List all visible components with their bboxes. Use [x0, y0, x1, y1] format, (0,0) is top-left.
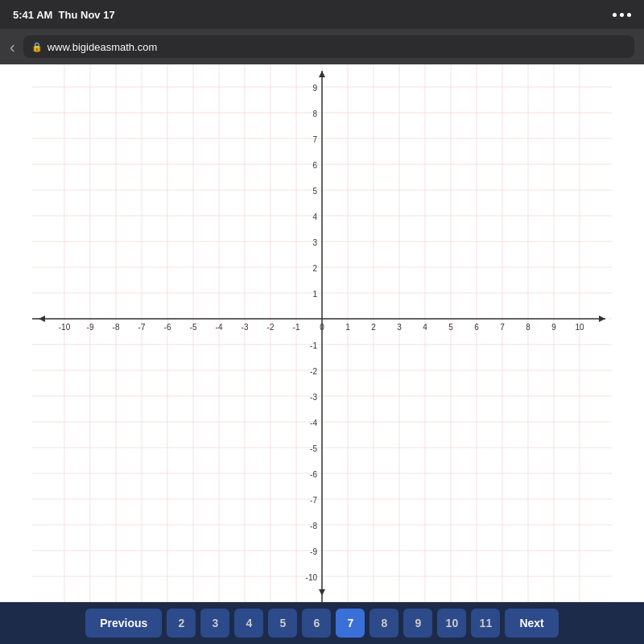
previous-button[interactable]: Previous	[85, 609, 162, 638]
back-button[interactable]: ‹	[10, 38, 15, 56]
page-2-button[interactable]: 2	[167, 609, 196, 638]
svg-text:4: 4	[312, 213, 317, 221]
svg-text:-5: -5	[310, 444, 317, 453]
svg-text:-1: -1	[310, 341, 317, 350]
svg-text:-10: -10	[59, 323, 71, 332]
page-5-button[interactable]: 5	[268, 609, 297, 638]
svg-text:-10: -10	[306, 573, 318, 582]
dot-icon	[620, 13, 624, 17]
dot-icon	[613, 13, 617, 17]
svg-text:2: 2	[371, 323, 376, 332]
url-bar[interactable]: 🔒 www.bigideasmath.com	[23, 35, 634, 58]
svg-text:5: 5	[448, 323, 453, 332]
svg-text:3: 3	[397, 323, 402, 332]
svg-text:-5: -5	[190, 323, 197, 332]
svg-text:-8: -8	[310, 522, 317, 530]
status-bar: 5:41 AM Thu Nov 17	[0, 0, 644, 29]
page-11-button[interactable]: 11	[471, 609, 500, 638]
svg-text:0: 0	[320, 323, 324, 332]
page-6-button[interactable]: 6	[302, 609, 331, 638]
dot-icon	[627, 13, 631, 17]
svg-text:-2: -2	[310, 367, 317, 376]
page-9-button[interactable]: 9	[403, 609, 432, 638]
svg-text:-6: -6	[164, 323, 171, 332]
svg-text:-6: -6	[310, 470, 317, 479]
svg-text:6: 6	[474, 323, 479, 332]
page-7-button[interactable]: 7	[336, 609, 365, 638]
svg-text:-2: -2	[267, 323, 275, 332]
svg-text:4: 4	[423, 323, 427, 332]
lock-icon: 🔒	[31, 42, 43, 52]
content-area: -10 -9 -8 -7 -6 -5 -4 -3 -2 -1 0 1 2 3 4…	[0, 64, 644, 602]
browser-toolbar: ‹ 🔒 www.bigideasmath.com	[0, 29, 644, 64]
svg-text:-4: -4	[216, 323, 223, 332]
status-time-date: 5:41 AM Thu Nov 17	[13, 9, 115, 21]
svg-text:-8: -8	[113, 323, 120, 332]
svg-text:-4: -4	[310, 419, 317, 427]
page-3-button[interactable]: 3	[200, 609, 229, 638]
svg-text:-1: -1	[293, 323, 300, 332]
page-8-button[interactable]: 8	[369, 609, 398, 638]
svg-text:3: 3	[312, 238, 317, 247]
bottom-navigation: Previous 2 3 4 5 6 7 8 9 10 11 Next	[0, 602, 644, 644]
url-text: www.bigideasmath.com	[47, 41, 158, 53]
next-button[interactable]: Next	[505, 609, 558, 638]
svg-text:10: 10	[575, 323, 584, 332]
svg-text:8: 8	[526, 323, 530, 332]
svg-text:-3: -3	[242, 323, 249, 332]
svg-text:9: 9	[312, 84, 317, 93]
svg-text:-7: -7	[138, 323, 146, 332]
svg-text:9: 9	[551, 323, 556, 332]
svg-text:5: 5	[312, 187, 317, 196]
svg-text:8: 8	[312, 109, 317, 118]
svg-text:7: 7	[500, 323, 505, 332]
svg-text:1: 1	[312, 290, 317, 299]
svg-text:7: 7	[312, 135, 317, 144]
svg-text:2: 2	[312, 264, 317, 273]
coordinate-graph: -10 -9 -8 -7 -6 -5 -4 -3 -2 -1 0 1 2 3 4…	[0, 64, 644, 602]
graph-container: -10 -9 -8 -7 -6 -5 -4 -3 -2 -1 0 1 2 3 4…	[0, 64, 644, 602]
svg-text:-9: -9	[310, 547, 317, 556]
svg-text:-9: -9	[87, 323, 94, 332]
svg-text:6: 6	[312, 161, 317, 170]
svg-text:-3: -3	[310, 393, 317, 402]
svg-text:1: 1	[345, 323, 350, 332]
page-10-button[interactable]: 10	[437, 609, 466, 638]
svg-text:-7: -7	[310, 496, 317, 505]
page-4-button[interactable]: 4	[234, 609, 263, 638]
status-icons	[613, 13, 631, 17]
